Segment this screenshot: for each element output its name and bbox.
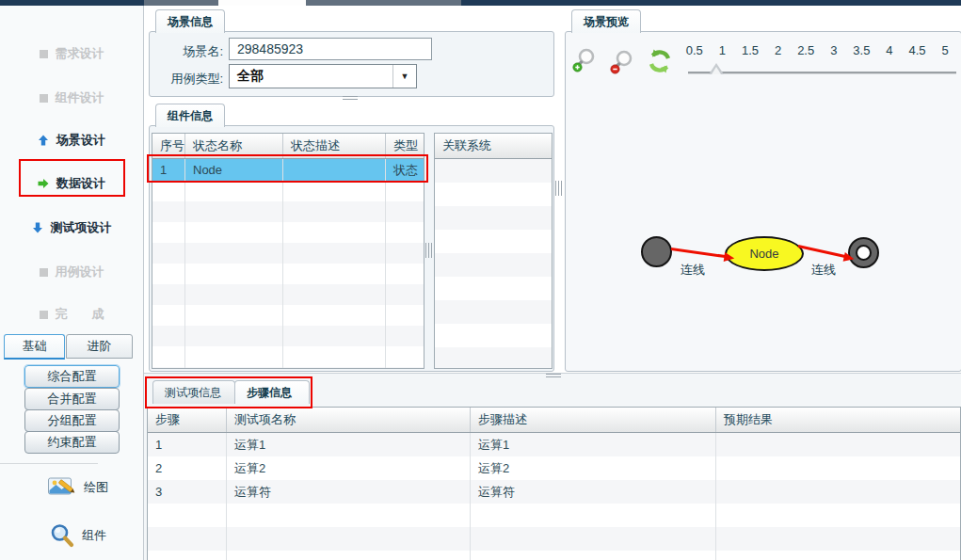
- table-row-empty[interactable]: [152, 222, 424, 243]
- col-header-step[interactable]: 步骤: [148, 408, 227, 432]
- tab-basic[interactable]: 基础: [4, 334, 65, 360]
- table-row-empty[interactable]: [152, 243, 424, 264]
- diagram-edge-1[interactable]: [671, 248, 726, 258]
- tab-step-info[interactable]: 步骤信息: [234, 380, 310, 404]
- button-comprehensive-config[interactable]: 综合配置: [24, 365, 120, 388]
- cell-test-item: 运算1: [227, 433, 471, 456]
- tab-scene-preview[interactable]: 场景预览: [571, 9, 641, 33]
- steps-table-header: 步骤 测试项名称 步骤描述 预期结果: [148, 408, 960, 433]
- cell-expected: [716, 433, 960, 456]
- table-row-empty[interactable]: [435, 324, 552, 347]
- edge-label-1: 连线: [681, 262, 705, 279]
- table-row-empty[interactable]: [435, 300, 552, 324]
- cell-step: 3: [148, 480, 227, 504]
- col-header-state-name[interactable]: 状态名称: [185, 134, 283, 158]
- button-label: 约束配置: [48, 434, 97, 451]
- top-tab-inactive-2[interactable]: [306, 0, 461, 6]
- cell-step-desc: 运算2: [471, 456, 716, 480]
- tab-label: 步骤信息: [247, 385, 292, 401]
- splitter-bottom-panel[interactable]: [546, 374, 561, 377]
- case-type-value: 全部: [230, 68, 392, 85]
- tab-advanced[interactable]: 进阶: [66, 334, 133, 359]
- table-row-empty[interactable]: [152, 284, 424, 305]
- zoom-tick-label: 3: [820, 43, 848, 57]
- tool-label: 组件: [82, 527, 106, 544]
- chevron-down-icon[interactable]: ▼: [392, 65, 416, 88]
- tab-label: 测试项信息: [165, 385, 221, 401]
- zoom-out-icon[interactable]: [609, 49, 635, 75]
- table-row-empty[interactable]: [152, 305, 424, 326]
- sidebar-step-test-item-design[interactable]: 测试项设计: [0, 218, 143, 237]
- table-row-selected[interactable]: 1 Node 状态: [152, 159, 424, 181]
- table-row[interactable]: 3 运算符 运算符: [148, 480, 960, 504]
- tab-component-info[interactable]: 组件信息: [155, 104, 225, 127]
- col-header-type[interactable]: 类型: [386, 134, 424, 158]
- top-tab-active[interactable]: [218, 0, 306, 6]
- zoom-tick-label: 4.5: [904, 43, 932, 57]
- case-type-dropdown[interactable]: 全部 ▼: [229, 64, 417, 88]
- zoom-tick-label: 5: [931, 43, 959, 57]
- step-label: 需求设计: [56, 45, 104, 62]
- splitter-states-related[interactable]: [425, 243, 432, 258]
- splitter-scene-component[interactable]: [343, 96, 358, 100]
- button-group-config[interactable]: 分组配置: [24, 409, 120, 432]
- zoom-slider-track[interactable]: [688, 72, 956, 74]
- zoom-in-icon[interactable]: [571, 47, 598, 73]
- table-row-empty[interactable]: [152, 201, 424, 222]
- col-header-state-desc[interactable]: 状态描述: [283, 134, 386, 158]
- table-row-empty[interactable]: [152, 346, 424, 367]
- sidebar-divider: [0, 463, 98, 464]
- zoom-slider-thumb[interactable]: [709, 63, 724, 74]
- table-row-empty[interactable]: [435, 347, 552, 369]
- button-constraint-config[interactable]: 约束配置: [24, 431, 120, 454]
- table-row-empty[interactable]: [435, 230, 552, 253]
- col-header-step-desc[interactable]: 步骤描述: [471, 408, 716, 432]
- table-row-empty[interactable]: [152, 264, 424, 284]
- tool-drawing[interactable]: 绘图: [47, 473, 108, 502]
- sidebar-step-data-design[interactable]: 数据设计: [0, 174, 143, 193]
- refresh-icon[interactable]: [647, 48, 673, 74]
- table-row-empty[interactable]: [152, 326, 424, 346]
- table-row-empty[interactable]: [435, 206, 552, 230]
- col-header-test-item-name[interactable]: 测试项名称: [227, 408, 471, 432]
- step-label: 组件设计: [56, 89, 104, 106]
- edge-label-2: 连线: [811, 262, 836, 279]
- table-row[interactable]: 1 运算1 运算1: [148, 433, 960, 456]
- col-header-related-system[interactable]: 关联系统: [435, 134, 552, 158]
- col-header-seq[interactable]: 序号: [152, 134, 185, 158]
- sidebar-step-scene-design[interactable]: 场景设计: [0, 131, 143, 150]
- square-icon: [40, 311, 48, 319]
- table-row-empty[interactable]: [435, 277, 552, 300]
- scene-name-input[interactable]: 298485923: [229, 38, 432, 60]
- table-row-empty[interactable]: [152, 181, 424, 201]
- tab-test-item-info[interactable]: 测试项信息: [152, 380, 235, 404]
- app-window: 需求设计 组件设计 场景设计 数据设计 测试项设计 用例设计 完 成: [0, 0, 961, 560]
- top-tab-inactive-1[interactable]: [144, 0, 218, 6]
- related-table-header: 关联系统: [435, 134, 552, 159]
- table-row-empty[interactable]: [435, 183, 552, 206]
- tool-label: 绘图: [84, 479, 108, 496]
- scene-info-panel: 场景名: 298485923 用例类型: 全部 ▼: [149, 31, 554, 97]
- table-row[interactable]: 2 运算2 运算2: [148, 456, 960, 480]
- col-header-expected-result[interactable]: 预期结果: [716, 408, 960, 432]
- table-row-empty[interactable]: [148, 527, 960, 551]
- diagram-edge-2[interactable]: [798, 245, 845, 258]
- table-row-empty[interactable]: [148, 551, 960, 560]
- table-row-empty[interactable]: [152, 367, 424, 369]
- splitter-middle-preview[interactable]: [555, 181, 562, 196]
- tab-scene-info[interactable]: 场景信息: [155, 9, 225, 33]
- sidebar: 需求设计 组件设计 场景设计 数据设计 测试项设计 用例设计 完 成: [0, 6, 144, 560]
- sidebar-step-usecase-design: 用例设计: [0, 263, 143, 281]
- table-row-empty[interactable]: [435, 253, 552, 277]
- diagram-node-ellipse[interactable]: Node: [725, 236, 804, 271]
- table-row-empty[interactable]: [435, 159, 552, 183]
- square-icon: [40, 94, 48, 103]
- diagram-start-node[interactable]: [641, 236, 672, 267]
- tool-component[interactable]: 组件: [49, 522, 106, 549]
- square-icon: [40, 50, 48, 58]
- zoom-tick-label: 4: [875, 43, 904, 57]
- tab-advanced-label: 进阶: [88, 338, 112, 355]
- drawing-icon: [47, 473, 77, 502]
- table-row-empty[interactable]: [148, 504, 960, 527]
- button-merge-config[interactable]: 合并配置: [24, 388, 120, 410]
